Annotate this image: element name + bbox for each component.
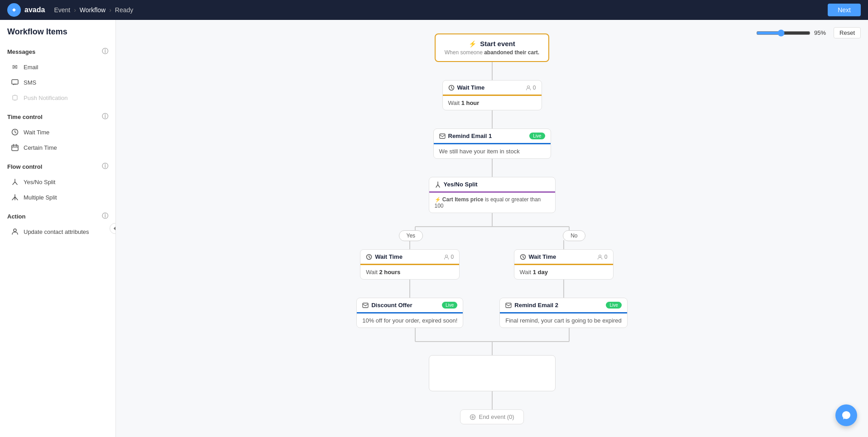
breadcrumb-workflow[interactable]: Workflow bbox=[80, 6, 106, 14]
clock-icon-no bbox=[520, 254, 526, 260]
no-label: No bbox=[563, 230, 585, 241]
main-layout: Workflow Items Messages ⓘ ✉ Email SMS bbox=[0, 20, 868, 437]
no-pill: No bbox=[563, 230, 585, 241]
wait-time-1-box: Wait Time 0 Wait 1 hour bbox=[442, 80, 542, 110]
sidebar-item-push: Push Notification bbox=[4, 90, 112, 105]
remind-email-1-header: Remind Email 1 Live bbox=[434, 129, 551, 144]
chat-button[interactable] bbox=[835, 404, 857, 426]
action-info-icon[interactable]: ⓘ bbox=[102, 212, 108, 220]
sms-label: SMS bbox=[24, 79, 36, 86]
wait-no-left: Wait Time bbox=[520, 253, 556, 260]
remind-email-1-box: Remind Email 1 Live We still have your i… bbox=[433, 128, 551, 159]
yes-pill: Yes bbox=[399, 230, 423, 241]
yes-no-icon bbox=[11, 178, 19, 186]
push-icon bbox=[11, 94, 19, 102]
sidebar-item-email[interactable]: ✉ Email bbox=[4, 59, 112, 75]
svg-point-10 bbox=[14, 229, 16, 232]
sidebar-item-sms[interactable]: SMS bbox=[4, 75, 112, 90]
yes-no-split-node[interactable]: Yes/No Split ⚡ Cart Items price is equal… bbox=[429, 177, 556, 213]
breadcrumb: Event › Workflow › Ready bbox=[54, 6, 133, 14]
sidebar-item-yes-no[interactable]: Yes/No Split bbox=[4, 174, 112, 190]
wait-time-1-left: Wait Time bbox=[448, 84, 485, 91]
email-icon-remind2 bbox=[505, 303, 512, 308]
sidebar-item-multiple-split[interactable]: Multiple Split bbox=[4, 190, 112, 205]
wait-time-label: Wait Time bbox=[24, 129, 49, 136]
time-info-icon[interactable]: ⓘ bbox=[102, 113, 108, 121]
sidebar-item-wait-time[interactable]: Wait Time bbox=[4, 124, 112, 140]
start-event-box: ⚡ Start event When someone abandoned the… bbox=[435, 33, 549, 62]
multiple-split-icon bbox=[11, 193, 19, 201]
sidebar: Workflow Items Messages ⓘ ✉ Email SMS bbox=[0, 20, 116, 437]
sidebar-section-action: Action ⓘ Update contact attributes bbox=[0, 209, 115, 239]
user-icon-no bbox=[597, 254, 603, 260]
email-icon-discount bbox=[362, 303, 369, 308]
wait-yes-box: Wait Time 0 Wait 2 hours bbox=[360, 249, 460, 280]
start-event-title: ⚡ Start event bbox=[445, 40, 539, 48]
no-branch: Wait Time 0 Wait 1 day bbox=[499, 240, 628, 328]
wait-time-icon bbox=[11, 128, 19, 136]
sidebar-item-certain-time[interactable]: Certain Time bbox=[4, 140, 112, 155]
reset-zoom-button[interactable]: Reset bbox=[834, 27, 861, 38]
remind-email-1-node[interactable]: Remind Email 1 Live We still have your i… bbox=[433, 128, 551, 159]
yes-no-label: Yes/No Split bbox=[24, 179, 55, 185]
next-button[interactable]: Next bbox=[828, 4, 861, 16]
svg-rect-20 bbox=[363, 303, 368, 308]
start-event-node[interactable]: ⚡ Start event When someone abandoned the… bbox=[435, 33, 549, 62]
flow-info-icon[interactable]: ⓘ bbox=[102, 162, 108, 171]
no-connector-1 bbox=[563, 240, 564, 249]
discount-box: Discount Offer Live 10% off for your ord… bbox=[356, 298, 463, 328]
remind2-body: Final remind, your cart is going to be e… bbox=[500, 314, 627, 328]
time-section-header: Time control ⓘ bbox=[0, 109, 115, 124]
split-node-header: Yes/No Split bbox=[429, 177, 555, 193]
discount-header: Discount Offer Live bbox=[357, 298, 463, 314]
branch-columns: Wait Time 0 Wait 2 hours bbox=[356, 240, 628, 328]
wait-yes-count: 0 bbox=[444, 254, 454, 260]
breadcrumb-sep-2: › bbox=[109, 6, 111, 14]
multiple-split-label: Multiple Split bbox=[24, 194, 57, 201]
sidebar-section-messages: Messages ⓘ ✉ Email SMS Push Notification bbox=[0, 44, 115, 105]
bolt-icon-split: ⚡ bbox=[435, 197, 441, 202]
wait-yes-body: Wait 2 hours bbox=[360, 265, 459, 279]
merge-box bbox=[429, 355, 556, 391]
remind2-live-badge: Live bbox=[606, 302, 621, 309]
wait-no-box: Wait Time 0 Wait 1 day bbox=[514, 249, 614, 280]
sidebar-section-time: Time control ⓘ Wait Time Certain Time bbox=[0, 109, 115, 155]
messages-info-icon[interactable]: ⓘ bbox=[102, 48, 108, 56]
discount-live-badge: Live bbox=[442, 302, 457, 309]
bolt-icon: ⚡ bbox=[469, 40, 476, 48]
discount-body: 10% off for your order, expired soon! bbox=[357, 314, 463, 328]
yes-branch: Wait Time 0 Wait 2 hours bbox=[356, 240, 463, 328]
sidebar-item-update-contact[interactable]: Update contact attributes bbox=[4, 224, 112, 239]
yes-connector-2 bbox=[409, 280, 410, 298]
zoom-slider[interactable] bbox=[756, 29, 810, 37]
workflow-canvas[interactable]: 95% Reset ⚡ Start event When someone aba… bbox=[116, 20, 868, 437]
remind2-node[interactable]: Remind Email 2 Live Final remind, your c… bbox=[499, 298, 628, 328]
wait-no-node[interactable]: Wait Time 0 Wait 1 day bbox=[514, 249, 614, 280]
action-section-header: Action ⓘ bbox=[0, 209, 115, 224]
zoom-controls: 95% Reset bbox=[756, 27, 861, 38]
wait-time-1-count: 0 bbox=[526, 85, 536, 91]
wait-yes-node[interactable]: Wait Time 0 Wait 2 hours bbox=[360, 249, 460, 280]
breadcrumb-ready: Ready bbox=[115, 6, 133, 14]
end-event-label: End event (0) bbox=[479, 413, 514, 420]
svg-point-12 bbox=[527, 86, 529, 88]
discount-node[interactable]: Discount Offer Live 10% off for your ord… bbox=[356, 298, 463, 328]
sms-icon bbox=[11, 78, 19, 86]
connector-1 bbox=[492, 62, 493, 80]
end-event-node: End event (0) bbox=[460, 409, 523, 424]
breadcrumb-event[interactable]: Event bbox=[54, 6, 70, 14]
remind2-left: Remind Email 2 bbox=[505, 302, 558, 309]
discount-left: Discount Offer bbox=[362, 302, 412, 309]
wait-no-header: Wait Time 0 bbox=[514, 250, 613, 265]
messages-label: Messages bbox=[7, 48, 35, 55]
svg-rect-6 bbox=[12, 145, 18, 151]
sidebar-section-flow: Flow control ⓘ Yes/No Split Multiple Spl… bbox=[0, 159, 115, 205]
wait-time-1-node[interactable]: Wait Time 0 Wait 1 hour bbox=[442, 80, 542, 110]
messages-section-header: Messages ⓘ bbox=[0, 44, 115, 59]
wait-time-1-body: Wait 1 hour bbox=[443, 96, 542, 110]
merge-svg bbox=[370, 328, 614, 355]
email-icon-1 bbox=[439, 133, 446, 139]
remind-email-1-body: We still have your item in stock bbox=[434, 144, 551, 158]
user-icon-1 bbox=[526, 85, 531, 90]
merge-connectors bbox=[370, 328, 614, 355]
